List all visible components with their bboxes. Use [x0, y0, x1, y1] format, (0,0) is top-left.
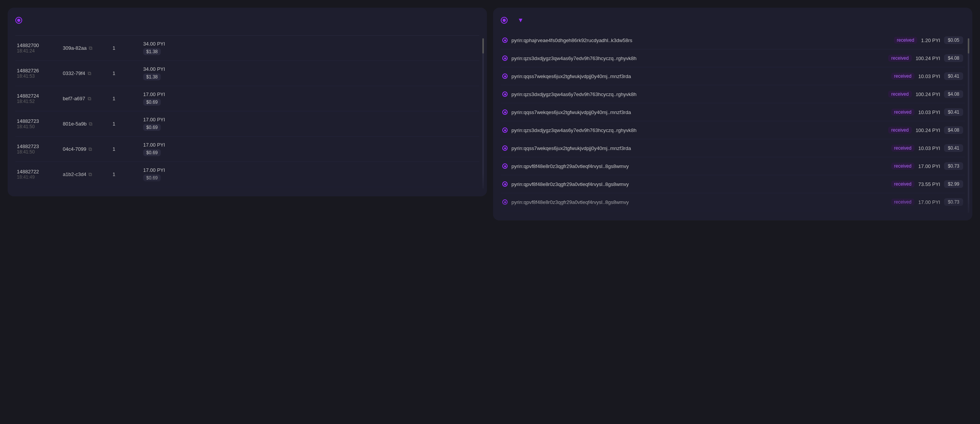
block-time: 18:41:52: [17, 99, 63, 104]
list-item[interactable]: pyrin:qpvf8f48e8r0z3qgfr29a0vtleqf4rvysl…: [501, 175, 965, 193]
received-badge: received: [888, 91, 911, 98]
block-hash: bef7-a697 ⧉: [63, 96, 113, 102]
blocks-table-header: [15, 31, 479, 36]
pyi-amount: 17.00 PYI: [143, 142, 189, 148]
tx-pyi-amount: 17.00 PYI: [918, 199, 940, 205]
received-badge: received: [891, 73, 915, 80]
block-score: 14882726: [17, 68, 63, 73]
block-transacted: 17.00 PYI $0.69: [143, 142, 189, 156]
table-row[interactable]: 14882724 18:41:52 bef7-a697 ⧉ 1 17.00 PY…: [15, 86, 479, 111]
list-item[interactable]: pyrin:qqss7wekqes6jux2tgfwukjvdpjj0y40mj…: [501, 103, 965, 121]
pyi-amount: 34.00 PYI: [143, 41, 189, 47]
copy-icon[interactable]: ⧉: [88, 171, 92, 178]
copy-icon[interactable]: ⧉: [89, 121, 92, 127]
tx-dot: [502, 73, 508, 79]
live-transactions-panel: ▼ pyrin:qphajrveae4fs0dhgeh86rk92rucdyad…: [493, 8, 972, 220]
tx-dot: [502, 127, 508, 133]
block-transacted: 34.00 PYI $1.38: [143, 66, 189, 80]
received-badge: received: [891, 199, 915, 205]
block-time: 18:41:53: [17, 73, 63, 79]
tx-address: pyrin:qqss7wekqes6jux2tgfwukjvdpjj0y40mj…: [511, 109, 887, 115]
table-row[interactable]: 14882723 18:41:50 04c4-7099 ⧉ 1 17.00 PY…: [15, 137, 479, 162]
tx-address: pyrin:qpvf8f48e8r0z3qgfr29a0vtleqf4rvysl…: [511, 163, 887, 169]
usd-badge: $0.69: [143, 124, 161, 131]
tx-pyi-amount: 100.24 PYI: [916, 127, 940, 133]
live-indicator: [15, 17, 22, 24]
block-transacted: 34.00 PYI $1.38: [143, 41, 189, 55]
block-hash: a1b2-c3d4 ⧉: [63, 171, 113, 178]
copy-icon[interactable]: ⧉: [88, 146, 92, 152]
tx-pyi-amount: 10.03 PYI: [918, 109, 940, 115]
block-tx-count: 1: [113, 121, 143, 127]
block-tx-count: 1: [113, 70, 143, 76]
tx-address: pyrin:qzs3dxdjygz3qw4as6y7edv9h763hcyczq…: [511, 91, 884, 97]
list-item[interactable]: pyrin:qzs3dxdjygz3qw4as6y7edv9h763hcyczq…: [501, 121, 965, 139]
tx-pyi-amount: 73.55 PYI: [918, 181, 940, 187]
list-item[interactable]: pyrin:qpvf8f48e8r0z3qgfr29a0vtleqf4rvysl…: [501, 157, 965, 175]
block-transacted: 17.00 PYI $0.69: [143, 91, 189, 106]
block-tx-count: 1: [113, 171, 143, 177]
block-time: 18:41:49: [17, 174, 63, 180]
block-score: 14882723: [17, 118, 63, 124]
tx-address: pyrin:qzs3dxdjygz3qw4as6y7edv9h763hcyczq…: [511, 127, 884, 133]
block-hash: 801e-5a9b ⧉: [63, 121, 113, 127]
live-blocks-panel: 14882700 18:41:24 309a-82aa ⧉ 1 34.00 PY…: [8, 8, 487, 196]
block-transacted: 17.00 PYI $0.69: [143, 167, 189, 181]
pyi-amount: 17.00 PYI: [143, 117, 189, 122]
tx-pyi-amount: 100.24 PYI: [916, 91, 940, 97]
list-item[interactable]: pyrin:qzs3dxdjygz3qw4as6y7edv9h763hcyczq…: [501, 49, 965, 67]
usd-badge: $0.69: [143, 174, 161, 181]
tx-dot: [502, 91, 508, 97]
tx-address: pyrin:qqss7wekqes6jux2tgfwukjvdpjj0y40mj…: [511, 145, 887, 151]
tx-dot: [502, 199, 508, 205]
tx-usd-badge: $0.05: [944, 36, 963, 44]
tx-dot: [502, 145, 508, 151]
tx-dot: [502, 55, 508, 61]
tx-address: pyrin:qpvf8f48e8r0z3qgfr29a0vtleqf4rvysl…: [511, 199, 887, 205]
tx-pyi-amount: 10.03 PYI: [918, 145, 940, 151]
tx-address: pyrin:qqss7wekqes6jux2tgfwukjvdpjj0y40mj…: [511, 73, 887, 79]
block-transacted: 17.00 PYI $0.69: [143, 117, 189, 131]
tx-address: pyrin:qpvf8f48e8r0z3qgfr29a0vtleqf4rvysl…: [511, 181, 887, 187]
usd-badge: $1.38: [143, 73, 161, 80]
tx-dot: [502, 181, 508, 187]
tx-usd-badge: $4.08: [944, 126, 963, 134]
blocks-scrollbar[interactable]: [482, 38, 484, 189]
received-badge: received: [891, 109, 915, 116]
table-row[interactable]: 14882722 18:41:49 a1b2-c3d4 ⧉ 1 17.00 PY…: [15, 162, 479, 187]
pyi-amount: 17.00 PYI: [143, 167, 189, 173]
list-item[interactable]: pyrin:qzs3dxdjygz3qw4as6y7edv9h763hcyczq…: [501, 85, 965, 103]
tx-address: pyrin:qzs3dxdjygz3qw4as6y7edv9h763hcyczq…: [511, 55, 884, 61]
usd-badge: $0.69: [143, 99, 161, 106]
tx-usd-badge: $0.41: [944, 72, 963, 80]
block-score: 14882700: [17, 42, 63, 48]
block-score: 14882724: [17, 93, 63, 99]
tx-dot: [502, 38, 508, 43]
tx-usd-badge: $0.73: [944, 162, 963, 170]
received-badge: received: [888, 55, 911, 62]
block-time: 18:41:50: [17, 124, 63, 129]
tx-scrollbar[interactable]: [968, 38, 969, 213]
table-row[interactable]: 14882726 18:41:53 0332-79f4 ⧉ 1 34.00 PY…: [15, 61, 479, 86]
list-item[interactable]: pyrin:qqss7wekqes6jux2tgfwukjvdpjj0y40mj…: [501, 67, 965, 85]
block-hash: 04c4-7099 ⧉: [63, 146, 113, 152]
table-row[interactable]: 14882723 18:41:50 801e-5a9b ⧉ 1 17.00 PY…: [15, 111, 479, 137]
received-badge: received: [891, 181, 915, 188]
live-tx-header: ▼: [501, 17, 965, 24]
copy-icon[interactable]: ⧉: [88, 70, 91, 77]
block-tx-count: 1: [113, 146, 143, 152]
received-badge: received: [891, 163, 915, 170]
pyi-amount: 34.00 PYI: [143, 66, 189, 72]
list-item[interactable]: pyrin:qqss7wekqes6jux2tgfwukjvdpjj0y40mj…: [501, 139, 965, 157]
blocks-list: 14882700 18:41:24 309a-82aa ⧉ 1 34.00 PY…: [15, 36, 479, 187]
usd-badge: $1.38: [143, 48, 161, 55]
copy-icon[interactable]: ⧉: [88, 96, 91, 102]
copy-icon[interactable]: ⧉: [89, 45, 92, 51]
tx-address: pyrin:qphajrveae4fs0dhgeh86rk92rucdyadhl…: [511, 38, 890, 43]
block-hash: 0332-79f4 ⧉: [63, 70, 113, 77]
list-item[interactable]: pyrin:qpvf8f48e8r0z3qgfr29a0vtleqf4rvysl…: [501, 193, 965, 211]
filter-icon[interactable]: ▼: [518, 17, 524, 24]
table-row[interactable]: 14882700 18:41:24 309a-82aa ⧉ 1 34.00 PY…: [15, 36, 479, 61]
list-item[interactable]: pyrin:qphajrveae4fs0dhgeh86rk92rucdyadhl…: [501, 31, 965, 49]
tx-usd-badge: $0.73: [944, 198, 963, 206]
